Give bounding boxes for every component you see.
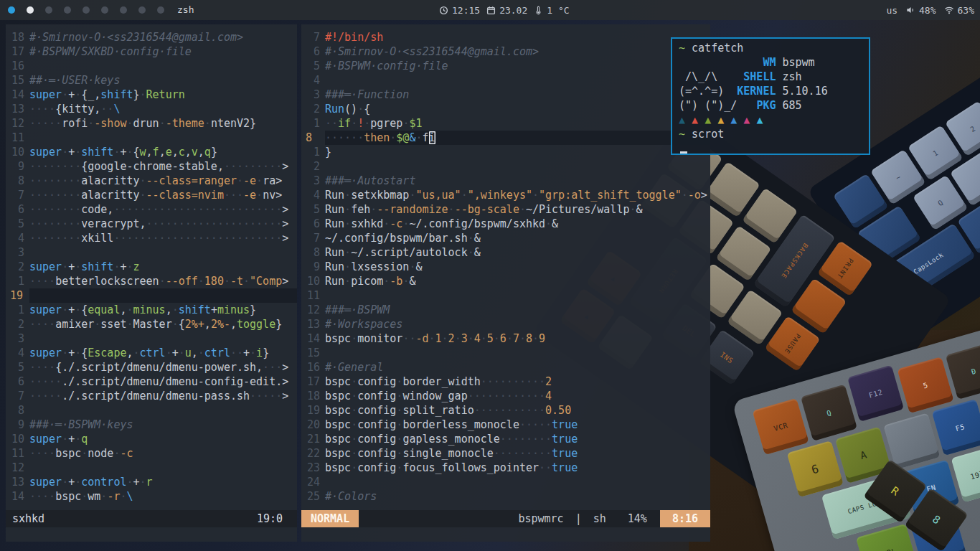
editor-line: 5········veracrypt,·····················… [6,217,297,231]
editor-line: 1····betterlockscreen·--off·180·-t·"Comp… [6,274,297,288]
statusline-filename: sxhkd [12,510,44,527]
workspace-dot-empty[interactable] [157,6,164,14]
statusline: NORMAL bspwmrc | sh 14% 8:16 [301,510,710,527]
calendar-icon [486,6,496,15]
wifi-icon [944,5,954,15]
terminal-line: ~ catfetch [679,41,862,55]
workspace-dots [0,6,176,14]
workspace-dot-empty[interactable] [120,6,127,14]
terminal-line: (=^.^=) KERNEL 5.10.16 [679,84,862,98]
editor-line: 19 [6,288,297,303]
editor-line: 5#·BSPWM·config·file [301,59,710,73]
terminal-window-sxhkd[interactable]: 18#·Smirnov-O·<ss2316544@gmail.com>17#·B… [6,24,297,542]
editor-buffer: 18#·Smirnov-O·<ss2316544@gmail.com>17#·B… [6,30,297,504]
editor-line: 15##·═·USER·keys [6,73,297,88]
workspace-dot-occupied[interactable] [27,6,34,14]
bar-datetime-group: 12:15 23.02 1 °C [439,0,570,20]
editor-buffer: 7#!/bin/sh6#·Smirnov-O·<ss2316544@gmail.… [301,30,710,504]
temperature-label: 1 °C [547,5,569,16]
editor-line: 5Run·feh·--randomize·--bg-scale·~/Pictur… [301,202,710,217]
editor-line: 12·····rofi·-show·drun·-theme·ntenV2} [6,116,297,131]
editor-line: 2super·+·shift·+·z [6,260,297,274]
statusline-ruler: 19:0 [257,510,283,527]
statusline-filename: bspwmrc | sh [518,510,606,527]
editor-line: 11 [6,131,297,145]
editor-line: 9Run·lxsession·& [301,260,710,274]
statusline: sxhkd 19:0 [6,510,297,527]
editor-line: 9###·═·BSPWM·keys [6,418,297,432]
workspace-dot-empty[interactable] [101,6,108,14]
editor-line: 12 [6,461,297,475]
floating-terminal-zsh[interactable]: ~ catfetch WM bspwm /\_/\ SHELL zsh(=^.^… [671,37,870,155]
editor-line: 10Run·picom·-b·& [301,274,710,288]
editor-line: 10super·+·shift·+·{w,f,e,c,v,q} [6,145,297,159]
editor-line: 1super·+·{equal,·minus,·shift+minus} [6,303,297,317]
editor-line: 3###═·Autostart [301,174,710,188]
terminal-line: ~ scrot [679,127,862,141]
editor-line: 20bspc·config·borderless_monocle·····tru… [301,418,710,432]
editor-line: 11····bspc·node·-c [6,446,297,461]
editor-line: 7#!/bin/sh [301,30,710,44]
terminal-line: WM bspwm [679,55,862,70]
volume-label: 48% [919,5,936,16]
editor-line: 13····{kitty,··\ [6,102,297,116]
editor-line: 14····bspc·wm·-r·\ [6,489,297,504]
editor-line: 1··if·!·pgrep·$1 [301,116,710,131]
editor-line: 6········code,··························… [6,202,297,217]
editor-line: 10super·+·q [6,432,297,446]
editor-line: 22bspc·config·single_monocle·········tru… [301,446,710,461]
terminal-cursor [680,151,687,154]
editor-line: 14bspc·monitor··-d·1·2·3·4·5·6·7·8·9 [301,331,710,346]
date-label: 23.02 [499,5,527,16]
mode-indicator: NORMAL [301,510,359,527]
editor-line: 6·····./.script/dmenu/dmenu-config-edit.… [6,375,297,389]
terminal-line: /\_/\ SHELL zsh [679,70,862,84]
editor-line: 16 [6,59,297,73]
editor-line: 3 [6,245,297,260]
editor-line: 6#·Smirnov-O·<ss2316544@gmail.com> [301,44,710,59]
editor-line: 4········xkill··························… [6,231,297,245]
editor-line: 4Run·setxkbmap·"us,ua"·",winkeys"·"grp:a… [301,188,710,202]
editor-line: 7·····./.script/dmenu/dmenu-pass.sh·····… [6,389,297,403]
editor-line: 19bspc·config·split_ratio···········0.50 [301,403,710,418]
clock-icon [439,6,448,15]
editor-line: 25#·Colors [301,489,710,504]
statusline-ruler: 8:16 [660,510,710,527]
temperature-widget: 1 °C [534,5,569,16]
workspace-dot-empty[interactable] [64,6,71,14]
editor-line: 7~/.config/bspwm/bar.sh·& [301,231,710,245]
editor-line: 2····amixer·sset·Master·{2%+,2%-,toggle} [6,317,297,331]
editor-line: 8········alacritty·--class=ranger·-e·ra> [6,174,297,188]
editor-line: 8······then·$@&·fi [301,131,710,145]
editor-line: 12###═·BSPWM [301,303,710,317]
editor-line: 4super·+·{Escape,·ctrl·+·u,·ctrl··+·i} [6,346,297,360]
editor-line: 2Run()·{ [301,102,710,116]
editor-line: 13super·+·control·+·r [6,475,297,489]
clock-widget: 12:15 [439,5,480,16]
workspace-dot-empty[interactable] [83,6,90,14]
statusline-scroll-percent: 14% [628,510,647,527]
editor-line: 17#·BSPWM/SXKBD·config·file [6,44,297,59]
editor-line: 3###═·Function [301,88,710,102]
editor-line: 15 [301,346,710,360]
bar-system-group: us 48% 63% [886,0,974,20]
editor-line: 14super·+·{_,shift}·Return [6,88,297,102]
editor-line: 3 [6,331,297,346]
workspace-dot-empty[interactable] [138,6,146,14]
catfetch-output: ~ catfetch WM bspwm /\_/\ SHELL zsh(=^.^… [679,41,862,141]
editor-line: 17bspc·config·border_width··········2 [301,375,710,389]
volume-icon [905,5,915,15]
network-label: 63% [958,5,974,16]
terminal-line: (") (")_/ PKG 685 [679,98,862,113]
focused-window-title: zsh [177,0,194,20]
editor-line: 8Run·~/.script/autolock·& [301,245,710,260]
date-widget: 23.02 [486,5,527,16]
keyboard-layout-label: us [886,5,897,16]
workspace-dot-focused[interactable] [8,6,15,14]
editor-line: 4 [301,73,710,88]
editor-line: 18bspc·config·window_gap············4 [301,389,710,403]
volume-widget: 48% [905,5,936,16]
editor-line: 18#·Smirnov-O·<ss2316544@gmail.com> [6,30,297,44]
workspace-dot-empty[interactable] [45,6,52,14]
terminal-window-bspwmrc[interactable]: 7#!/bin/sh6#·Smirnov-O·<ss2316544@gmail.… [301,24,710,542]
